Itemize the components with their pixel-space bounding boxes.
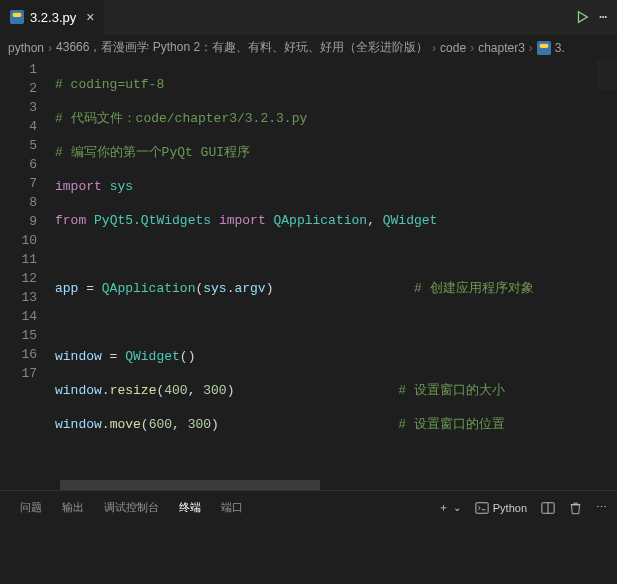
editor-actions: ⋯: [575, 9, 617, 25]
horizontal-scrollbar[interactable]: [0, 480, 617, 490]
svg-rect-1: [13, 13, 22, 17]
terminal-icon: [475, 501, 489, 515]
code-area[interactable]: # coding=utf-8 # 代码文件：code/chapter3/3.2.…: [55, 60, 617, 480]
breadcrumb[interactable]: python › 43666，看漫画学 Python 2：有趣、有料、好玩、好用…: [0, 35, 617, 60]
chevron-right-icon: ›: [432, 41, 436, 55]
python-file-icon: [10, 10, 24, 24]
tab-output[interactable]: 输出: [52, 491, 94, 525]
close-tab-icon[interactable]: ×: [86, 9, 94, 25]
split-terminal-icon[interactable]: [541, 501, 555, 515]
minimap[interactable]: [597, 60, 617, 480]
terminal-body[interactable]: [0, 524, 617, 584]
breadcrumb-seg[interactable]: 43666，看漫画学 Python 2：有趣、有料、好玩、好用（全彩进阶版）: [56, 39, 428, 56]
chevron-right-icon: ›: [470, 41, 474, 55]
tab-terminal[interactable]: 终端: [169, 491, 211, 525]
tab-bar: 3.2.3.py × ⋯: [0, 0, 617, 35]
chevron-down-icon: ⌄: [453, 502, 461, 513]
new-terminal-button[interactable]: ＋ ⌄: [438, 500, 461, 515]
kill-terminal-icon[interactable]: [569, 501, 582, 515]
python-file-icon: [537, 41, 551, 55]
svg-rect-3: [539, 43, 548, 47]
more-panel-actions-icon[interactable]: ⋯: [596, 501, 607, 514]
more-actions-icon[interactable]: ⋯: [599, 9, 607, 25]
breadcrumb-seg[interactable]: python: [8, 41, 44, 55]
tab-filename: 3.2.3.py: [30, 10, 76, 25]
chevron-right-icon: ›: [529, 41, 533, 55]
svg-rect-4: [476, 502, 488, 513]
line-number-gutter: 1234567891011121314151617: [0, 60, 55, 480]
run-icon[interactable]: [575, 10, 589, 24]
tab-ports[interactable]: 端口: [211, 491, 253, 525]
chevron-right-icon: ›: [48, 41, 52, 55]
tab-debug-console[interactable]: 调试控制台: [94, 491, 169, 525]
code-editor[interactable]: 1234567891011121314151617 # coding=utf-8…: [0, 60, 617, 480]
breadcrumb-seg[interactable]: code: [440, 41, 466, 55]
file-tab[interactable]: 3.2.3.py ×: [0, 0, 104, 35]
scrollbar-thumb[interactable]: [60, 480, 320, 490]
tab-problems[interactable]: 问题: [10, 491, 52, 525]
breadcrumb-seg[interactable]: 3.: [555, 41, 565, 55]
breadcrumb-seg[interactable]: chapter3: [478, 41, 525, 55]
terminal-profile-button[interactable]: Python: [475, 501, 527, 515]
panel-tab-bar: 问题 输出 调试控制台 终端 端口 ＋ ⌄ Python ⋯: [0, 490, 617, 524]
